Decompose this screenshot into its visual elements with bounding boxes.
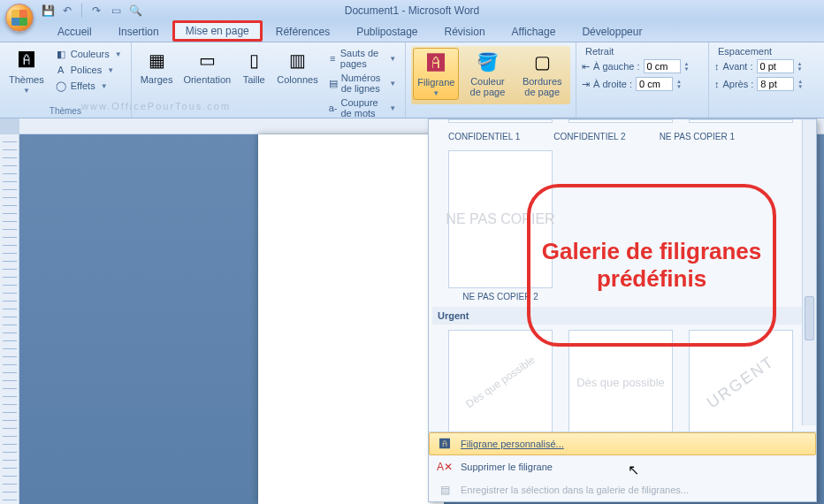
tab-insertion[interactable]: Insertion	[105, 21, 172, 42]
breaks-button[interactable]: ≡Sauts de pages▼	[325, 46, 401, 71]
undo-icon[interactable]: ↶	[60, 4, 74, 18]
thumb-label: CONFIDENTIEL 2	[553, 132, 625, 141]
margins-icon: ▦	[144, 48, 169, 73]
watermark-button[interactable]: 🅰Filigrane▼	[413, 48, 459, 100]
spacing-before-spinner[interactable]: ↕Avant :▲▼	[714, 58, 803, 74]
watermark-thumb-dqp-diag[interactable]: Dès que possible	[448, 330, 553, 431]
line-numbers-button[interactable]: ▤Numéros de lignes▼	[325, 71, 401, 95]
indent-right-spinner[interactable]: ⇥À droite :▲▼	[582, 76, 682, 92]
columns-button[interactable]: ▥Colonnes	[273, 46, 321, 87]
indent-left-icon: ⇤	[582, 61, 590, 73]
columns-icon: ▥	[285, 48, 309, 73]
gallery-scrollbar[interactable]	[802, 119, 816, 425]
group-indent: Retrait ⇤À gauche :▲▼ ⇥À droite :▲▼	[576, 42, 709, 118]
hyphenation-button[interactable]: a-Coupure de mots▼	[325, 95, 401, 120]
theme-effects-button[interactable]: ◯Effets▼	[51, 78, 126, 94]
watermark-thumb[interactable]	[568, 119, 673, 123]
page-color-button[interactable]: 🪣Couleur de page	[462, 48, 512, 99]
indent-left-spinner[interactable]: ⇤À gauche :▲▼	[582, 58, 690, 74]
watermark-thumb-urgent[interactable]: URGENT	[689, 330, 793, 431]
tab-developpeur[interactable]: Développeur	[568, 21, 655, 42]
save-icon[interactable]: 💾	[41, 4, 55, 18]
watermark-icon: 🅰	[423, 50, 448, 75]
print-preview-icon[interactable]: 🔍	[128, 4, 142, 18]
group-title: Espacement	[714, 46, 775, 57]
spacing-before-input[interactable]	[757, 59, 794, 73]
tab-mise-en-page[interactable]: Mise en page	[172, 20, 263, 42]
theme-fonts-button[interactable]: APolices▼	[51, 62, 126, 78]
gallery-section-urgent: Urgent	[432, 307, 813, 325]
chevron-down-icon: ▼	[107, 66, 114, 74]
spin-buttons[interactable]: ▲▼	[684, 61, 690, 72]
page-color-icon: 🪣	[475, 50, 500, 74]
ribbon-tabs: Accueil Insertion Mise en page Référence…	[0, 21, 824, 42]
group-spacing: Espacement ↕Avant :▲▼ ↕Après :▲▼	[709, 42, 824, 118]
indent-right-input[interactable]	[636, 77, 673, 91]
watermark-thumb-npc2[interactable]: NE PAS COPIER	[448, 150, 553, 288]
qat-separator	[81, 4, 82, 18]
tab-references[interactable]: Références	[263, 21, 343, 42]
spacing-before-icon: ↕	[714, 61, 720, 72]
orientation-icon: ▭	[195, 48, 219, 73]
menu-save-to-gallery: ▤Enregistrer la sélection dans la galeri…	[429, 478, 816, 501]
vertical-ruler[interactable]	[0, 118, 19, 504]
remove-watermark-icon: A✕	[438, 460, 452, 474]
themes-button[interactable]: 🅰 Thèmes ▼	[5, 46, 48, 96]
spacing-after-spinner[interactable]: ↕Après :▲▼	[714, 76, 803, 92]
theme-colors-button[interactable]: ◧Couleurs▼	[51, 46, 126, 62]
watermark-thumb[interactable]	[689, 119, 793, 123]
themes-icon: 🅰	[14, 48, 39, 73]
window-title: Document1 - Microsoft Word	[345, 4, 480, 17]
fonts-icon: A	[55, 64, 67, 76]
tab-publipostage[interactable]: Publipostage	[343, 21, 431, 42]
indent-left-input[interactable]	[644, 59, 681, 73]
spin-buttons[interactable]: ▲▼	[797, 79, 803, 89]
spin-buttons[interactable]: ▲▼	[797, 61, 803, 72]
menu-custom-watermark[interactable]: 🅰Filigrane personnalisé...	[429, 432, 816, 455]
chevron-down-icon: ▼	[389, 80, 396, 88]
tab-revision[interactable]: Révision	[431, 21, 499, 42]
tab-affichage[interactable]: Affichage	[499, 21, 569, 42]
chevron-down-icon: ▼	[389, 104, 396, 112]
custom-watermark-icon: 🅰	[438, 437, 452, 451]
spacing-after-input[interactable]	[757, 77, 794, 91]
chevron-down-icon: ▼	[23, 87, 30, 95]
tab-accueil[interactable]: Accueil	[44, 21, 105, 42]
chevron-down-icon: ▼	[389, 55, 396, 63]
thumb-label: NE PAS COPIER 2	[448, 292, 553, 302]
colors-icon: ◧	[55, 48, 67, 60]
title-bar: 💾 ↶ ↷ ▭ 🔍 Document1 - Microsoft Word	[0, 0, 824, 21]
office-button[interactable]	[5, 4, 34, 32]
chevron-down-icon: ▼	[115, 50, 122, 58]
group-title: Retrait	[582, 46, 617, 57]
line-numbers-icon: ▤	[329, 77, 338, 89]
spin-buttons[interactable]: ▲▼	[676, 79, 682, 89]
new-doc-icon[interactable]: ▭	[109, 4, 123, 18]
spacing-after-icon: ↕	[714, 79, 720, 89]
overlay-url: www.OfficePourTous.com	[81, 101, 231, 111]
orientation-button[interactable]: ▭Orientation	[179, 46, 234, 87]
page-borders-button[interactable]: ▢Bordures de page	[515, 48, 568, 99]
chevron-down-icon: ▼	[432, 89, 439, 97]
hyphenation-icon: a-	[329, 102, 338, 114]
thumb-label: CONFIDENTIEL 1	[448, 132, 520, 141]
menu-remove-watermark[interactable]: A✕Supprimer le filigrane	[429, 455, 816, 478]
group-page-background: 🅰Filigrane▼ 🪣Couleur de page ▢Bordures d…	[406, 42, 576, 118]
watermark-thumb-dqp-horiz[interactable]: Dès que possible	[568, 330, 673, 431]
quick-access-toolbar: 💾 ↶ ↷ ▭ 🔍	[41, 4, 142, 18]
margins-button[interactable]: ▦Marges	[137, 46, 177, 87]
indent-right-icon: ⇥	[582, 79, 590, 90]
watermark-thumb[interactable]	[448, 119, 553, 123]
effects-icon: ◯	[55, 80, 67, 92]
breaks-icon: ≡	[329, 52, 337, 65]
scrollbar-thumb[interactable]	[805, 296, 814, 340]
group-label	[411, 104, 570, 118]
document-page[interactable]	[258, 134, 444, 504]
watermark-gallery-panel: CONFIDENTIEL 1 CONFIDENTIEL 2 NE PAS COP…	[428, 118, 817, 502]
watermark-menu: 🅰Filigrane personnalisé... A✕Supprimer l…	[429, 431, 816, 501]
size-button[interactable]: ▯Taille	[238, 46, 270, 87]
redo-icon[interactable]: ↷	[89, 4, 103, 18]
size-icon: ▯	[241, 48, 266, 73]
chevron-down-icon: ▼	[101, 82, 108, 90]
thumb-label: NE PAS COPIER 1	[660, 132, 735, 141]
